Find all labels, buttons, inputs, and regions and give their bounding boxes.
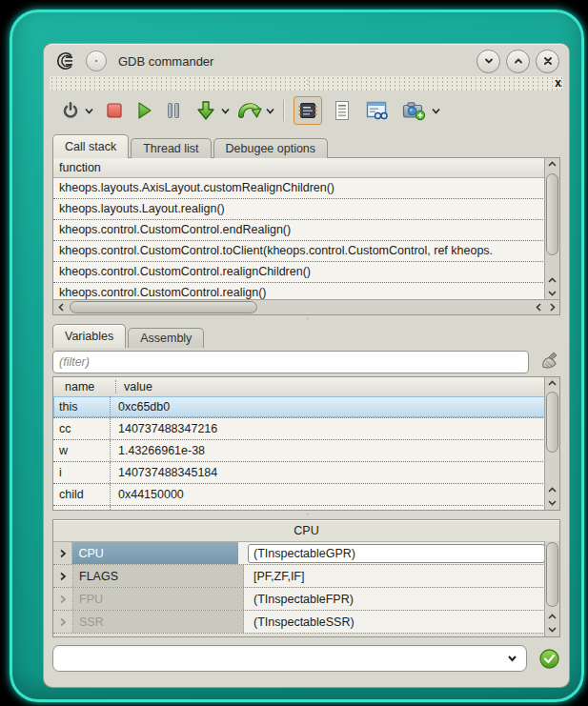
broom-icon <box>538 350 563 374</box>
scroll-buttons[interactable] <box>545 274 559 299</box>
filter-input[interactable] <box>52 351 529 373</box>
run-icon <box>133 100 154 121</box>
variables-vertical-scrollbar[interactable] <box>544 377 559 510</box>
step-into-button[interactable] <box>192 97 220 124</box>
cpu-row[interactable]: CPU <box>53 542 545 565</box>
step-into-dropdown[interactable] <box>220 106 233 116</box>
power-icon <box>60 100 81 121</box>
variables-column-headers[interactable]: name value <box>53 377 545 397</box>
scroll-left-icon[interactable] <box>54 300 68 313</box>
check-icon <box>538 648 560 670</box>
scrollbar-thumb[interactable] <box>546 173 558 255</box>
cpu-view-icon <box>297 100 318 121</box>
variable-row[interactable]: cc 140737488347216 <box>53 418 545 440</box>
cpu-row[interactable]: FLAGS [PF,ZF,IF] <box>53 565 545 588</box>
tab-call-stack[interactable]: Call stack <box>52 134 129 158</box>
variable-row[interactable]: this 0xc65db0 <box>53 396 545 418</box>
variables-rows: this 0xc65db0 cc 140737488347216 w 1.432… <box>53 396 545 510</box>
splitter-handle[interactable]: · <box>44 315 569 324</box>
callstack-rows: kheops.layouts.AxisLayout.customRealignC… <box>53 178 545 304</box>
callstack-row[interactable]: kheops.control.CustomControl.endRealign(… <box>53 220 545 241</box>
variables-panel: name value this 0xc65db0 cc 140737488347… <box>52 376 560 511</box>
combo-dropdown-icon[interactable] <box>506 653 518 664</box>
scroll-up-icon[interactable] <box>545 158 559 171</box>
cpu-rows: CPU FLAGS [PF,ZF,IF] FPU (TInspectableFP… <box>53 541 545 636</box>
callstack-row[interactable]: kheops.layouts.AxisLayout.customRealignC… <box>53 178 545 199</box>
cpu-panel: CPU CPU FLAGS [PF,ZF,IF] <box>52 519 560 637</box>
power-button[interactable] <box>57 97 84 124</box>
scroll-buttons[interactable] <box>545 484 559 509</box>
command-input[interactable] <box>59 648 497 669</box>
dock-close-icon[interactable]: x <box>555 76 561 91</box>
expander-icon[interactable] <box>53 611 73 633</box>
step-over-dropdown[interactable] <box>265 106 277 116</box>
expander-icon[interactable] <box>53 565 73 587</box>
callstack-row[interactable]: kheops.control.CustomControl.realignChil… <box>53 262 545 283</box>
shade-up-button[interactable] <box>506 50 530 73</box>
callstack-vertical-scrollbar[interactable] <box>544 158 559 300</box>
window-title: GDB commander <box>118 54 471 69</box>
toolbar-separator <box>283 100 284 121</box>
callstack-row[interactable]: kheops.control.CustomControl.toClient(kh… <box>53 241 545 262</box>
window-menu-button[interactable] <box>86 50 107 71</box>
tab-variables[interactable]: Variables <box>52 324 126 348</box>
variable-row[interactable]: b 1.43266961e-38 <box>53 506 545 510</box>
command-row <box>52 645 560 672</box>
stop-button[interactable] <box>102 97 127 124</box>
scroll-buttons[interactable] <box>545 611 559 635</box>
scrollbar-thumb[interactable] <box>70 301 257 313</box>
callstack-column-header[interactable]: function <box>53 158 545 178</box>
callstack-horizontal-scrollbar[interactable] <box>53 299 559 314</box>
snapshot-dropdown[interactable] <box>431 106 443 116</box>
app-logo-icon <box>55 51 78 71</box>
dock-drag-handle[interactable]: : x <box>50 76 563 91</box>
snapshot-icon <box>401 100 426 121</box>
cpu-vertical-scrollbar[interactable] <box>544 541 559 636</box>
event-log-button[interactable] <box>330 97 355 124</box>
titlebar[interactable]: GDB commander <box>44 44 569 75</box>
gdb-commander-window: GDB commander : x <box>44 44 569 687</box>
scroll-right-icon[interactable] <box>545 300 558 313</box>
callstack-tabbar: Call stack Thread list Debugee options <box>52 134 569 158</box>
cpu-view-button[interactable] <box>294 96 322 125</box>
scrollbar-thumb[interactable] <box>546 542 558 607</box>
callstack-panel: function kheops.layouts.AxisLayout.custo… <box>52 157 560 315</box>
callstack-row[interactable]: kheops.layouts.Layout.realign() <box>53 199 545 220</box>
column-header-value[interactable]: value <box>116 380 545 393</box>
step-over-icon <box>237 99 262 122</box>
debug-toolbar <box>44 94 569 127</box>
expander-icon[interactable] <box>53 542 72 564</box>
variable-row[interactable]: child 0x44150000 <box>53 484 545 506</box>
tab-debugee-options[interactable]: Debugee options <box>213 138 329 158</box>
scroll-left-icon[interactable] <box>532 300 545 313</box>
power-dropdown[interactable] <box>84 106 96 116</box>
dock-handle-dots: : <box>307 80 310 84</box>
shade-down-button[interactable] <box>476 50 500 73</box>
command-combobox[interactable] <box>52 645 527 672</box>
stop-icon <box>105 101 124 120</box>
tab-assembly[interactable]: Assembly <box>128 328 204 348</box>
cpu-row[interactable]: SSR (TInspectableSSR) <box>53 611 545 634</box>
clear-filter-button[interactable] <box>538 350 563 374</box>
expander-icon[interactable] <box>53 588 73 610</box>
app-frame: GDB commander : x <box>10 10 584 702</box>
column-header-name[interactable]: name <box>59 380 116 393</box>
cpu-value-editor[interactable] <box>248 544 545 563</box>
watchpoints-icon <box>365 100 388 121</box>
variable-row[interactable]: i 140737488345184 <box>53 462 545 484</box>
close-button[interactable] <box>536 50 559 73</box>
splitter-handle[interactable]: · <box>44 511 569 519</box>
pause-icon <box>164 101 183 120</box>
snapshot-button[interactable] <box>398 97 429 124</box>
cpu-row[interactable]: FPU (TInspectableFPR) <box>53 588 545 611</box>
step-over-button[interactable] <box>234 97 265 124</box>
watchpoints-button[interactable] <box>362 97 391 124</box>
run-button[interactable] <box>131 97 157 124</box>
tab-thread-list[interactable]: Thread list <box>131 138 211 158</box>
cpu-panel-title: CPU <box>53 520 559 540</box>
pause-button[interactable] <box>161 97 186 124</box>
scroll-up-icon[interactable] <box>545 377 559 390</box>
variable-row[interactable]: w 1.43266961e-38 <box>53 440 545 462</box>
scrollbar-thumb[interactable] <box>546 392 558 453</box>
execute-command-button[interactable] <box>538 648 560 670</box>
